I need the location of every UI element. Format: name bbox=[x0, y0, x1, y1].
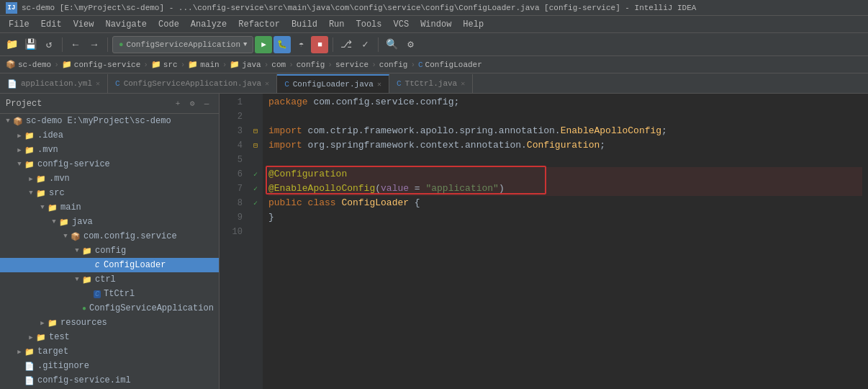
tree-arrow-java[interactable]: ▼ bbox=[49, 217, 59, 227]
tree-item-iml[interactable]: ▶ 📄 config-service.iml bbox=[0, 373, 219, 388]
tab-configloader[interactable]: C ConfigLoader.java ✕ bbox=[277, 74, 389, 93]
sidebar-gear-btn[interactable]: ⚙ bbox=[186, 97, 199, 110]
menu-code[interactable]: Code bbox=[153, 18, 185, 31]
run-config-dropdown[interactable]: ● ConfigServiceApplication ▼ bbox=[112, 36, 253, 53]
tree-arrow-idea[interactable]: ▶ bbox=[14, 130, 24, 140]
tree-arrow-config-folder[interactable]: ▼ bbox=[72, 246, 82, 256]
idea-icon: 📁 bbox=[24, 131, 35, 140]
tree-item-test[interactable]: ▶ 📁 test bbox=[0, 330, 219, 344]
menu-file[interactable]: File bbox=[3, 18, 35, 31]
tree-item-src[interactable]: ▼ 📁 src bbox=[0, 186, 219, 200]
tree-arrow-src[interactable]: ▼ bbox=[26, 188, 36, 198]
toolbar-settings-btn[interactable]: ⚙ bbox=[402, 36, 419, 53]
menu-navigate[interactable]: Navigate bbox=[99, 18, 153, 31]
breadcrumb-com[interactable]: com bbox=[271, 61, 286, 69]
tree-arrow-main[interactable]: ▼ bbox=[37, 202, 48, 213]
tree-item-configserviceapp[interactable]: ▶ ● ConfigServiceApplication bbox=[0, 301, 219, 316]
breadcrumb-sc-demo[interactable]: 📦 sc-demo bbox=[6, 60, 51, 69]
code-line-6: @Configuration bbox=[268, 167, 862, 182]
editor: 1 2 3 4 5 6 7 8 9 10 ⊟ ⊟ ✓ ✓ ✓ bbox=[220, 94, 868, 389]
tree-item-idea[interactable]: ▶ 📁 .idea bbox=[0, 128, 219, 143]
toolbar-git-btn[interactable]: ⎇ bbox=[338, 36, 355, 53]
toolbar-back-btn[interactable]: ← bbox=[67, 36, 84, 53]
tree-item-mvn[interactable]: ▶ 📁 .mvn bbox=[0, 171, 219, 186]
tab-application-yml[interactable]: 📄 application.yml ✕ bbox=[0, 74, 108, 93]
menu-tools[interactable]: Tools bbox=[351, 18, 388, 31]
toolbar-sep-4 bbox=[378, 37, 379, 52]
menu-edit[interactable]: Edit bbox=[35, 18, 68, 31]
tree-item-target[interactable]: ▶ 📁 target bbox=[0, 344, 219, 359]
toolbar-forward-btn[interactable]: → bbox=[86, 36, 103, 53]
tree-arrow-mvn-root[interactable]: ▶ bbox=[14, 145, 24, 155]
menu-build[interactable]: Build bbox=[286, 18, 323, 31]
tab-configserviceapplication[interactable]: C ConfigServiceApplication.java ✕ bbox=[108, 74, 277, 93]
tree-label-java: java bbox=[72, 217, 93, 227]
tab-close-application-yml[interactable]: ✕ bbox=[96, 79, 100, 88]
breadcrumb-config-service[interactable]: 📁 config-service bbox=[62, 60, 140, 69]
tree-arrow-target[interactable]: ▶ bbox=[14, 346, 24, 357]
tree-label-ttctrl: TtCtrl bbox=[104, 289, 135, 299]
breadcrumb-src[interactable]: 📁 src bbox=[151, 60, 178, 69]
code-area[interactable]: package com.config.service.config; impor… bbox=[263, 94, 868, 241]
menu-help[interactable]: Help bbox=[457, 18, 489, 31]
tab-close-ttctrl[interactable]: ✕ bbox=[461, 79, 465, 88]
toolbar-open-btn[interactable]: 📁 bbox=[3, 36, 20, 53]
tree-item-config-service[interactable]: ▼ 📁 config-service bbox=[0, 157, 219, 171]
breadcrumb-config2[interactable]: config bbox=[379, 61, 408, 69]
tab-bar: 📄 application.yml ✕ C ConfigServiceAppli… bbox=[0, 73, 868, 94]
menu-refactor[interactable]: Refactor bbox=[232, 18, 286, 31]
toolbar-commit-btn[interactable]: ✓ bbox=[356, 36, 374, 53]
tree-label-gitignore: .gitignore bbox=[37, 361, 89, 371]
tree-label-idea: .idea bbox=[37, 130, 63, 140]
run-button[interactable]: ▶ bbox=[255, 36, 272, 53]
tree-item-configloader[interactable]: ▶ C ConfigLoader bbox=[0, 258, 219, 272]
breadcrumb-main[interactable]: 📁 main bbox=[188, 60, 219, 69]
menu-run[interactable]: Run bbox=[323, 18, 351, 31]
config-folder-icon: 📁 bbox=[82, 246, 92, 256]
tab-ttctrl[interactable]: C TtCtrl.java ✕ bbox=[389, 74, 473, 93]
toolbar: 📁 💾 ↺ ← → ● ConfigServiceApplication ▼ ▶… bbox=[0, 33, 868, 56]
tree-item-ttctrl[interactable]: ▶ C TtCtrl bbox=[0, 287, 219, 301]
menu-window[interactable]: Window bbox=[415, 18, 457, 31]
tree-item-main[interactable]: ▼ 📁 main bbox=[0, 200, 219, 215]
tree-item-java[interactable]: ▼ 📁 java bbox=[0, 215, 219, 229]
tree-item-sc-demo[interactable]: ▼ 📦 sc-demo E:\myProject\sc-demo bbox=[0, 114, 219, 128]
tree-item-package[interactable]: ▼ 📦 com.config.service bbox=[0, 229, 219, 243]
test-icon: 📁 bbox=[36, 333, 46, 342]
sidebar-add-btn[interactable]: + bbox=[171, 97, 184, 110]
breadcrumb-java[interactable]: 📁 java bbox=[230, 60, 261, 69]
menu-view[interactable]: View bbox=[68, 18, 100, 31]
toolbar-refresh-btn[interactable]: ↺ bbox=[40, 36, 58, 53]
code-line-2 bbox=[268, 109, 862, 124]
tree-arrow-test[interactable]: ▶ bbox=[26, 332, 36, 342]
tree-arrow-package[interactable]: ▼ bbox=[60, 231, 71, 241]
dropdown-arrow-icon: ▼ bbox=[243, 41, 247, 48]
tab-close-configloader[interactable]: ✕ bbox=[377, 80, 381, 89]
tree-item-config-folder[interactable]: ▼ 📁 config bbox=[0, 243, 219, 258]
sidebar-close-btn[interactable]: — bbox=[200, 97, 213, 110]
breadcrumb: 📦 sc-demo › 📁 config-service › 📁 src › 📁… bbox=[0, 56, 868, 73]
coverage-btn[interactable]: ☂ bbox=[292, 36, 309, 53]
breadcrumb-config[interactable]: config bbox=[297, 61, 325, 69]
tree-arrow-resources[interactable]: ▶ bbox=[37, 318, 48, 328]
debug-button[interactable]: 🐛 bbox=[273, 36, 291, 53]
toolbar-search-btn[interactable]: 🔍 bbox=[383, 36, 400, 53]
tree-item-mvn-root[interactable]: ▶ 📁 .mvn bbox=[0, 143, 219, 157]
menu-vcs[interactable]: VCS bbox=[388, 18, 415, 31]
breadcrumb-service[interactable]: service bbox=[335, 61, 369, 69]
tab-close-configserviceapplication[interactable]: ✕ bbox=[265, 79, 269, 88]
java-icon: 📁 bbox=[59, 218, 69, 227]
menu-analyze[interactable]: Analyze bbox=[185, 18, 232, 31]
tree-item-gitignore[interactable]: ▶ 📄 .gitignore bbox=[0, 359, 219, 373]
tree-arrow-sc-demo[interactable]: ▼ bbox=[3, 116, 13, 126]
tree-item-resources[interactable]: ▶ 📁 resources bbox=[0, 316, 219, 330]
tree-item-ctrl[interactable]: ▼ 📁 ctrl bbox=[0, 272, 219, 287]
toolbar-save-btn[interactable]: 💾 bbox=[22, 36, 39, 53]
tree-arrow-ctrl[interactable]: ▼ bbox=[72, 274, 82, 285]
stop-button[interactable]: ■ bbox=[311, 36, 328, 53]
tree-label-target: target bbox=[37, 346, 68, 357]
breadcrumb-configloader[interactable]: C ConfigLoader bbox=[418, 61, 482, 69]
code-wrapper[interactable]: package com.config.service.config; impor… bbox=[263, 94, 868, 389]
tree-arrow-mvn[interactable]: ▶ bbox=[26, 174, 36, 184]
tree-arrow-config-service[interactable]: ▼ bbox=[14, 159, 24, 169]
